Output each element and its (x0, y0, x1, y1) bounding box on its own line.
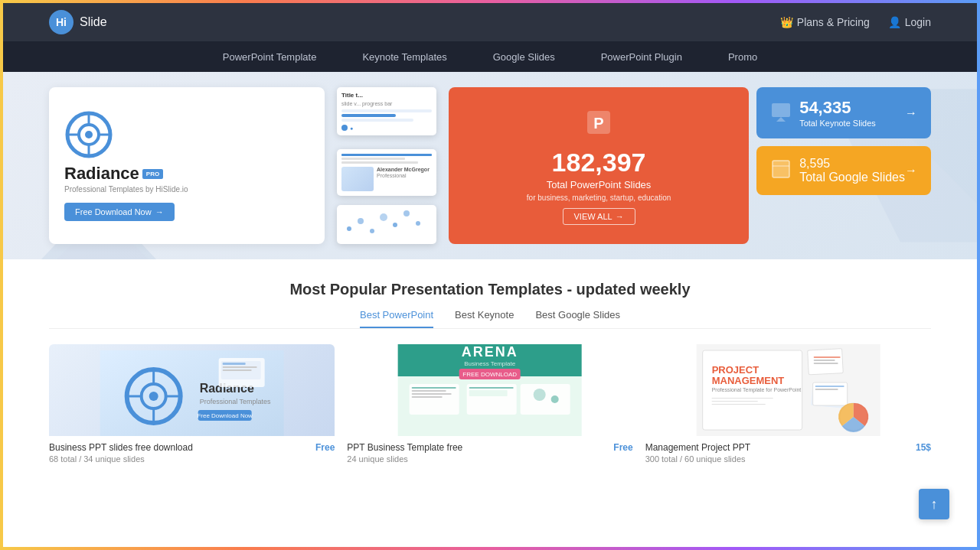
nav-powerpoint-plugin[interactable]: PowerPoint Plugin (601, 51, 682, 63)
crown-icon: 👑 (780, 16, 793, 28)
svg-point-13 (370, 229, 374, 233)
template-card-project[interactable]: PROJECT MANAGEMENT Professional Template… (645, 344, 931, 467)
template-thumb-radiance: Radiance Professional Templates Free Dow… (49, 344, 335, 436)
svg-rect-48 (412, 387, 456, 389)
preview-card-2: Alexander McGregor Professional (337, 149, 436, 196)
radiance-thumb-svg: Radiance Professional Templates Free Dow… (55, 350, 328, 436)
slides-info-radiance: 68 total / 34 unique slides (49, 454, 335, 464)
powerpoint-label: Total PowerPoint Slides (547, 179, 652, 190)
keynote-stat-text: 54,335 Total Keynote Slides (799, 98, 876, 128)
svg-text:P: P (593, 115, 603, 132)
price-arena: Free (613, 442, 632, 453)
preview-cards-area: Title t... slide v... progress bar ● Ale… (337, 87, 436, 244)
plans-pricing-link[interactable]: 👑 Plans & Pricing (780, 16, 870, 28)
google-label: Total Google Slides (799, 171, 905, 184)
svg-rect-67 (813, 356, 840, 358)
template-info-project: Management Project PPT 15$ 300 total / 6… (645, 436, 931, 467)
svg-point-15 (393, 223, 397, 227)
svg-text:MANAGEMENT: MANAGEMENT (711, 375, 784, 386)
svg-marker-21 (776, 117, 786, 122)
banner-sub: Professional Templates by HiSlide.io (64, 185, 188, 194)
view-all-powerpoint-button[interactable]: VIEW ALL → (563, 208, 635, 225)
svg-point-57 (551, 395, 559, 403)
google-arrow-icon: → (905, 164, 917, 177)
svg-point-12 (358, 218, 364, 224)
nav-promo[interactable]: Promo (728, 51, 757, 63)
logo[interactable]: Hi Slide (49, 10, 107, 34)
keynote-arrow-icon: → (905, 106, 917, 120)
nav-google-slides[interactable]: Google Slides (493, 51, 555, 63)
top-navigation: Hi Slide 👑 Plans & Pricing 👤 Login (3, 3, 977, 41)
svg-rect-40 (223, 369, 252, 371)
keynote-count: 54,335 (799, 98, 876, 118)
arrow-right-icon-2: → (616, 212, 624, 221)
download-btn-label: Free Download Now (75, 207, 152, 216)
svg-rect-66 (807, 349, 843, 375)
template-info-arena: PPT Business Template free Free 24 uniqu… (347, 436, 632, 467)
top-nav-right: 👑 Plans & Pricing 👤 Login (780, 16, 931, 28)
banner-badge: PRO (142, 169, 163, 179)
logo-initials: Hi (49, 10, 74, 34)
svg-text:Business Template: Business Template (464, 360, 516, 367)
slides-info-project: 300 total / 60 unique slides (645, 454, 931, 464)
main-content: Most Popular Presentation Templates - up… (3, 259, 977, 467)
google-stat-text: 8,595 Total Google Slides (799, 157, 905, 184)
stats-area: P 182,397 Total PowerPoint Slides for bu… (449, 87, 931, 244)
svg-point-11 (347, 226, 351, 231)
templates-grid: Radiance Professional Templates Free Dow… (49, 344, 931, 467)
templates-tabs: Best PowerPoint Best Keynote Best Google… (49, 309, 931, 329)
template-card-radiance[interactable]: Radiance Professional Templates Free Dow… (49, 344, 335, 467)
template-thumb-project: PROJECT MANAGEMENT Professional Template… (645, 344, 931, 436)
keynote-stat-left: 54,335 Total Keynote Slides (770, 98, 876, 128)
google-slides-icon (770, 158, 792, 183)
hero-banner-card: Radiance PRO Professional Templates by H… (49, 87, 325, 244)
powerpoint-icon: P (583, 107, 614, 145)
secondary-navigation: PowerPoint Template Keynote Templates Go… (3, 41, 977, 72)
svg-text:ARENA: ARENA (462, 344, 518, 360)
svg-text:Professional Template for Powe: Professional Template for PowerPoint (711, 387, 801, 393)
google-stat-left: 8,595 Total Google Slides (770, 157, 905, 184)
arrow-right-icon: → (155, 207, 164, 216)
price-radiance: Free (315, 442, 335, 453)
keynote-icon (770, 100, 792, 126)
free-download-button[interactable]: Free Download Now → (64, 203, 175, 221)
svg-rect-55 (521, 384, 570, 415)
template-name-radiance: Business PPT slides free download Free (49, 442, 335, 453)
tab-best-google-slides[interactable]: Best Google Slides (535, 309, 620, 328)
project-thumb-svg: PROJECT MANAGEMENT Professional Template… (645, 344, 931, 436)
preview-card-3 (337, 205, 436, 244)
logo-text: Slide (80, 15, 107, 29)
banner-brand-name: Radiance (64, 164, 139, 184)
svg-rect-68 (813, 360, 835, 361)
svg-point-27 (149, 392, 158, 401)
google-slides-stat-card[interactable]: 8,595 Total Google Slides → (756, 146, 931, 195)
nav-powerpoint-template[interactable]: PowerPoint Template (223, 51, 317, 63)
svg-rect-22 (773, 161, 789, 177)
keynote-stat-card[interactable]: 54,335 Total Keynote Slides → (756, 87, 931, 138)
powerpoint-sub: for business, marketing, startup, educat… (527, 194, 671, 202)
svg-rect-63 (711, 398, 773, 399)
powerpoint-stat-card[interactable]: P 182,397 Total PowerPoint Slides for bu… (449, 87, 749, 244)
tab-best-powerpoint[interactable]: Best PowerPoint (360, 309, 433, 328)
nav-keynote-templates[interactable]: Keynote Templates (362, 51, 446, 63)
section-title: Most Popular Presentation Templates - up… (49, 281, 931, 298)
slides-info-arena: 24 unique slides (347, 454, 632, 464)
svg-rect-50 (412, 393, 452, 395)
tab-best-keynote[interactable]: Best Keynote (455, 309, 514, 328)
scroll-to-top-button[interactable]: ↑ (919, 489, 949, 519)
svg-text:FREE DOWNLOAD: FREE DOWNLOAD (463, 371, 518, 378)
svg-rect-73 (815, 389, 838, 390)
scatter-chart (341, 210, 426, 236)
preview-card-1: Title t... slide v... progress bar ● (337, 87, 436, 135)
plans-label: Plans & Pricing (797, 16, 870, 28)
google-count: 8,595 (799, 157, 905, 171)
svg-text:Free Download Now: Free Download Now (197, 412, 253, 419)
powerpoint-count: 182,397 (552, 148, 646, 177)
price-project: 15$ (916, 442, 931, 453)
login-link[interactable]: 👤 Login (888, 16, 931, 28)
template-card-arena[interactable]: ARENA Business Template FREE DOWNLOAD (347, 344, 632, 467)
svg-rect-69 (813, 363, 838, 364)
svg-rect-72 (815, 386, 844, 387)
template-name-arena: PPT Business Template free Free (347, 442, 632, 453)
svg-rect-54 (469, 390, 508, 396)
